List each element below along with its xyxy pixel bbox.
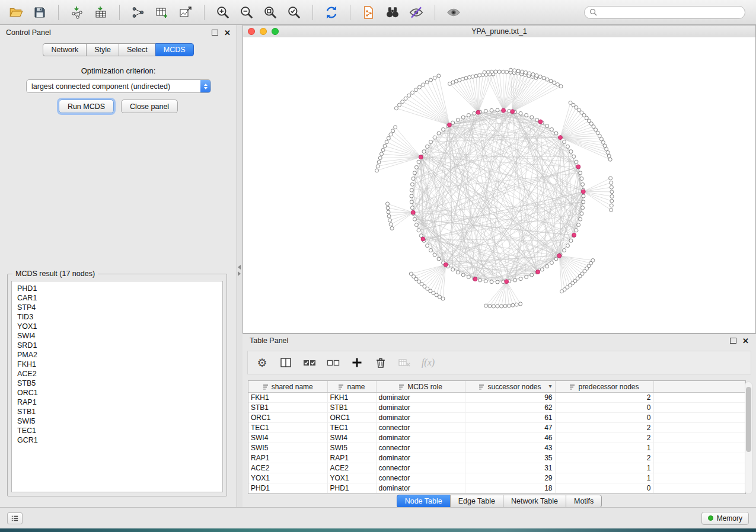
zoom-in-button[interactable]: [213, 3, 233, 22]
table-cell[interactable]: RAP1: [327, 453, 376, 463]
list-item[interactable]: ACE2: [12, 369, 222, 379]
tab-network[interactable]: Network: [43, 43, 87, 56]
list-item[interactable]: STB5: [12, 379, 222, 388]
table-cell[interactable]: dominator: [376, 453, 465, 463]
table-cell[interactable]: TEC1: [327, 423, 376, 433]
table-cell[interactable]: 1: [555, 473, 653, 483]
table-cell[interactable]: ACE2: [248, 463, 327, 473]
table-cell[interactable]: 31: [465, 463, 555, 473]
table-cell[interactable]: ORC1: [327, 413, 376, 423]
list-item[interactable]: GCR1: [12, 435, 222, 445]
table-cell[interactable]: SWI5: [248, 443, 327, 453]
column-header-predecessor-nodes[interactable]: predecessor nodes: [555, 381, 653, 393]
unselect-all-button[interactable]: [326, 355, 340, 370]
list-item[interactable]: TEC1: [12, 426, 222, 435]
find-button[interactable]: [382, 3, 403, 22]
table-cell[interactable]: connector: [376, 443, 465, 453]
table-cell[interactable]: 96: [465, 393, 555, 403]
column-header-name[interactable]: name: [327, 381, 376, 393]
show-all-button[interactable]: [444, 3, 464, 22]
table-cell[interactable]: 62: [465, 403, 555, 413]
memory-button[interactable]: Memory: [701, 512, 749, 525]
table-cell[interactable]: connector: [376, 473, 465, 483]
open-file-button[interactable]: [6, 3, 26, 22]
table-cell[interactable]: 35: [465, 453, 555, 463]
function-builder-button[interactable]: f(x): [421, 355, 435, 370]
table-row[interactable]: TEC1TEC1connector472: [248, 423, 745, 433]
close-panel-button[interactable]: Close panel: [121, 100, 178, 113]
table-cell[interactable]: 29: [465, 473, 555, 483]
close-panel-icon[interactable]: ✕: [224, 29, 231, 37]
table-cell[interactable]: 2: [555, 393, 653, 403]
zoom-fit-button[interactable]: [260, 3, 280, 22]
collapse-left-icon[interactable]: [238, 265, 241, 270]
float-panel-icon[interactable]: [212, 30, 218, 36]
criterion-dropdown[interactable]: largest connected component (undirected): [26, 79, 211, 93]
delete-table-button[interactable]: [397, 355, 412, 370]
refresh-layout-button[interactable]: [321, 3, 342, 22]
list-item[interactable]: SWI5: [12, 416, 222, 426]
table-cell[interactable]: 0: [555, 403, 653, 413]
close-panel-icon[interactable]: ✕: [742, 337, 749, 345]
table-cell[interactable]: YOX1: [327, 473, 376, 483]
table-cell[interactable]: 1: [555, 443, 653, 453]
table-cell[interactable]: 2: [555, 423, 653, 433]
table-cell[interactable]: dominator: [376, 433, 465, 443]
table-cell[interactable]: 2: [555, 433, 653, 443]
delete-column-button[interactable]: [374, 355, 388, 370]
list-item[interactable]: SWI4: [12, 331, 222, 341]
import-table-button[interactable]: [91, 3, 111, 22]
column-header-successor-nodes[interactable]: successor nodes ▾: [465, 381, 555, 393]
table-row[interactable]: STB1STB1dominator620: [248, 403, 745, 413]
tab-network-table[interactable]: Network Table: [503, 495, 566, 508]
table-row[interactable]: ACE2ACE2connector311: [248, 463, 745, 473]
table-cell[interactable]: SWI5: [327, 443, 376, 453]
table-cell[interactable]: YOX1: [248, 473, 327, 483]
table-cell[interactable]: dominator: [376, 483, 465, 493]
table-cell[interactable]: PHD1: [248, 483, 327, 493]
list-item[interactable]: YOX1: [12, 322, 222, 331]
new-network-button[interactable]: [128, 3, 148, 22]
list-item[interactable]: ORC1: [12, 388, 222, 398]
list-item[interactable]: TID3: [12, 312, 222, 322]
table-row[interactable]: SWI4SWI4dominator462: [248, 433, 745, 443]
network-canvas[interactable]: [243, 37, 755, 333]
zoom-out-button[interactable]: [237, 3, 257, 22]
table-cell[interactable]: ORC1: [248, 413, 327, 423]
table-row[interactable]: FKH1FKH1dominator962: [248, 393, 745, 403]
table-cell[interactable]: PHD1: [327, 483, 376, 493]
tab-node-table[interactable]: Node Table: [397, 495, 451, 508]
table-row[interactable]: RAP1RAP1dominator352: [248, 453, 745, 463]
table-cell[interactable]: 0: [555, 413, 653, 423]
network-window-titlebar[interactable]: YPA_prune.txt_1: [243, 25, 755, 38]
table-cell[interactable]: connector: [376, 463, 465, 473]
table-cell[interactable]: STB1: [248, 403, 327, 413]
table-row[interactable]: SWI5SWI5connector431: [248, 443, 745, 453]
tab-motifs[interactable]: Motifs: [566, 495, 602, 508]
table-cell[interactable]: 1: [555, 463, 653, 473]
search-input[interactable]: [600, 8, 740, 17]
scrollbar-thumb[interactable]: [746, 387, 751, 452]
table-settings-button[interactable]: ⚙: [255, 355, 269, 370]
tab-select[interactable]: Select: [119, 43, 156, 56]
table-cell[interactable]: STB1: [327, 403, 376, 413]
show-columns-button[interactable]: [279, 355, 293, 370]
new-table-button[interactable]: [152, 3, 172, 22]
tab-mcds[interactable]: MCDS: [155, 43, 194, 56]
chevron-down-icon[interactable]: ▾: [548, 383, 551, 389]
table-cell[interactable]: SWI4: [248, 433, 327, 443]
list-item[interactable]: STB1: [12, 407, 222, 416]
column-header-shared-name[interactable]: shared name: [248, 381, 327, 393]
table-cell[interactable]: 46: [465, 433, 555, 443]
expand-right-icon[interactable]: [238, 271, 241, 276]
table-cell[interactable]: ACE2: [327, 463, 376, 473]
table-scrollbar[interactable]: [745, 382, 752, 494]
table-cell[interactable]: 47: [465, 423, 555, 433]
list-item[interactable]: PMA2: [12, 350, 222, 360]
table-cell[interactable]: dominator: [376, 393, 465, 403]
panel-splitter[interactable]: [237, 25, 243, 507]
list-item[interactable]: CAR1: [12, 293, 222, 303]
table-cell[interactable]: 61: [465, 413, 555, 423]
hide-selected-button[interactable]: [406, 3, 426, 22]
column-header-mcds-role[interactable]: MCDS role: [376, 381, 465, 393]
